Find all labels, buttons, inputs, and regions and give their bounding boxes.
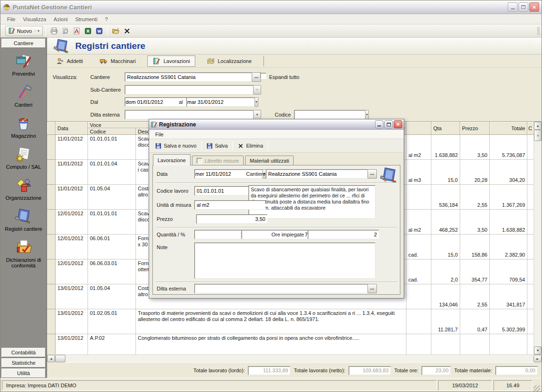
dialog-menu-file[interactable]: File [152, 131, 167, 138]
cell-codice: 01.01.01.01 [88, 135, 136, 160]
nuovo-button[interactable]: Nuovo ▼ [5, 26, 43, 36]
maximize-button[interactable] [518, 2, 528, 12]
sub-cantiere-select[interactable] [125, 85, 253, 94]
menu-strumenti[interactable]: Strumenti [72, 15, 101, 24]
print-preview-button[interactable] [60, 26, 71, 36]
sidebar-group-cantiere[interactable]: Cantiere [1, 39, 46, 48]
elimina-button[interactable]: Elimina [234, 141, 266, 151]
salva-e-nuovo-button[interactable]: Salva e nuovo [152, 141, 200, 151]
cell-unita [406, 334, 431, 354]
sidebar-item-preventivi[interactable]: Preventivi [0, 53, 47, 77]
scroll-right-icon[interactable]: ► [534, 355, 542, 362]
row-indicator [47, 185, 56, 210]
cantiere-input[interactable] [125, 72, 252, 82]
row-indicator [47, 135, 56, 160]
col-prezzo[interactable]: Prezzo [460, 122, 490, 135]
espandi-tutto-checkbox[interactable] [260, 73, 266, 79]
prezzo-input[interactable] [196, 214, 267, 224]
close-button[interactable]: ✕ [529, 2, 539, 12]
sidebar-item-computo-sal[interactable]: Computo / SAL [0, 146, 47, 170]
codice-select[interactable] [294, 110, 365, 119]
col-data[interactable]: Data [56, 122, 88, 135]
dialog-minimize-button[interactable] [375, 120, 383, 128]
vertical-scrollbar[interactable]: ▲ ≡ ▼ [534, 122, 542, 354]
dialog-ditta-browse-button[interactable]: ... [367, 284, 377, 293]
cell-unita [406, 284, 431, 309]
sidebar-item-dichiarazioni[interactable]: Dichiarazioni di conformità [0, 239, 47, 268]
print-button[interactable] [49, 26, 59, 36]
tab-lavorazione[interactable]: Lavorazione [153, 154, 191, 165]
sidebar-item-cantieri[interactable]: Cantieri [0, 84, 47, 108]
nuovo-label: Nuovo [17, 28, 32, 34]
resize-grip[interactable] [534, 385, 540, 392]
minimize-button[interactable] [508, 2, 518, 12]
table-row[interactable]: 13/01/2012 A.P.02 Conglomerato bituminos… [47, 334, 534, 354]
pdf-export-button[interactable] [72, 26, 82, 36]
sidebar-group-statistiche[interactable]: Statistiche [1, 358, 46, 368]
scroll-up-icon[interactable]: ▲ [534, 122, 542, 130]
sidebar-item-organizzazione[interactable]: Organizzazione [0, 177, 47, 201]
al-dropdown-icon[interactable]: ▼ [255, 97, 258, 107]
unita-misura-input[interactable] [194, 200, 265, 210]
totale-ore-label: Totale ore: [394, 368, 418, 373]
sidebar-item-registri-cantiere[interactable]: Registri cantiere [0, 208, 47, 232]
tab-localizzazione[interactable]: Localizzazione [202, 55, 257, 67]
col-totale[interactable]: Totale [490, 122, 527, 135]
excel-export-button[interactable] [83, 26, 93, 36]
cell-codice: A.P.02 [88, 334, 136, 354]
dialog-cantiere-input[interactable] [266, 169, 367, 179]
menu-visualizza[interactable]: Visualizza [19, 15, 50, 24]
tab-macchinari[interactable]: Macchinari [95, 55, 141, 67]
sidebar-item-magazzino[interactable]: Magazzino [0, 115, 47, 139]
word-export-button[interactable] [94, 26, 104, 36]
dialog-ditta-esterna-input[interactable] [194, 284, 367, 293]
totale-ore-value [422, 366, 451, 375]
dialog-close-button[interactable]: ✕ [394, 120, 402, 128]
nuovo-dropdown-arrow-icon[interactable]: ▼ [35, 30, 40, 32]
col-unita[interactable] [406, 122, 431, 135]
libretto-misure-checkbox[interactable] [197, 158, 202, 164]
tab-addetti[interactable]: Addetti [51, 55, 88, 67]
dialog-cantiere-browse-button[interactable]: ... [367, 169, 377, 179]
save-icon [207, 143, 213, 149]
sidebar-group-contabilita[interactable]: Contabilità [1, 348, 46, 357]
vertical-scroll-thumb[interactable]: ≡ [534, 130, 542, 141]
codice-dropdown-icon[interactable]: ▼ [365, 110, 369, 119]
ore-impiegate-input[interactable] [308, 230, 379, 239]
ditta-esterna-dropdown-icon[interactable]: ▼ [253, 110, 261, 119]
sidebar: Cantiere Preventivi Cantieri Magazzino C… [0, 38, 47, 378]
col-codice[interactable]: Codice [88, 128, 136, 135]
sidebar-group-utilita[interactable]: Utilità [1, 368, 46, 378]
open-button[interactable] [111, 26, 121, 36]
printer-icon [50, 27, 58, 35]
tab-libretto-misure[interactable]: Libretto misure [192, 156, 244, 165]
note-textarea[interactable] [194, 243, 375, 279]
ditta-esterna-select[interactable] [125, 110, 253, 119]
horizontal-scroll-thumb[interactable] [55, 355, 65, 362]
al-date-input[interactable] [186, 97, 255, 107]
tab-materiali-utilizzati[interactable]: Materiali utilizzati [245, 156, 294, 165]
cell-totale: 2.382,90 [490, 235, 527, 259]
cell-codice: 01.02.05.01 [88, 309, 136, 334]
tab-lavorazioni[interactable]: Lavorazioni [147, 55, 195, 67]
horizontal-scrollbar[interactable]: ◄ ► [47, 354, 542, 362]
menu-file[interactable]: File [3, 15, 19, 24]
scroll-down-icon[interactable]: ▼ [534, 346, 542, 354]
cell-totale: 1.638,882 [490, 210, 527, 235]
dialog-cantiere-label: Cantiere [246, 171, 266, 177]
salva-button[interactable]: Salva [203, 141, 231, 151]
scroll-left-icon[interactable]: ◄ [47, 355, 55, 362]
delete-button[interactable] [122, 26, 132, 36]
col-qta[interactable]: Qta [431, 122, 460, 135]
cantiere-browse-button[interactable]: ... [252, 72, 261, 82]
worker-icon [56, 57, 64, 65]
menu-help[interactable]: ? [101, 15, 112, 24]
dichiarazioni-icon [15, 239, 32, 256]
menu-azioni[interactable]: Azioni [50, 15, 72, 24]
table-row[interactable]: 13/01/2012 01.02.05.01 Trasporto di mate… [47, 309, 534, 334]
magazzino-icon [15, 115, 32, 132]
dialog-maximize-button[interactable] [384, 120, 393, 128]
sub-cantiere-dropdown-icon[interactable]: ▼ [253, 85, 261, 94]
new-notepad-icon [8, 27, 15, 34]
cantieri-icon [15, 84, 32, 101]
